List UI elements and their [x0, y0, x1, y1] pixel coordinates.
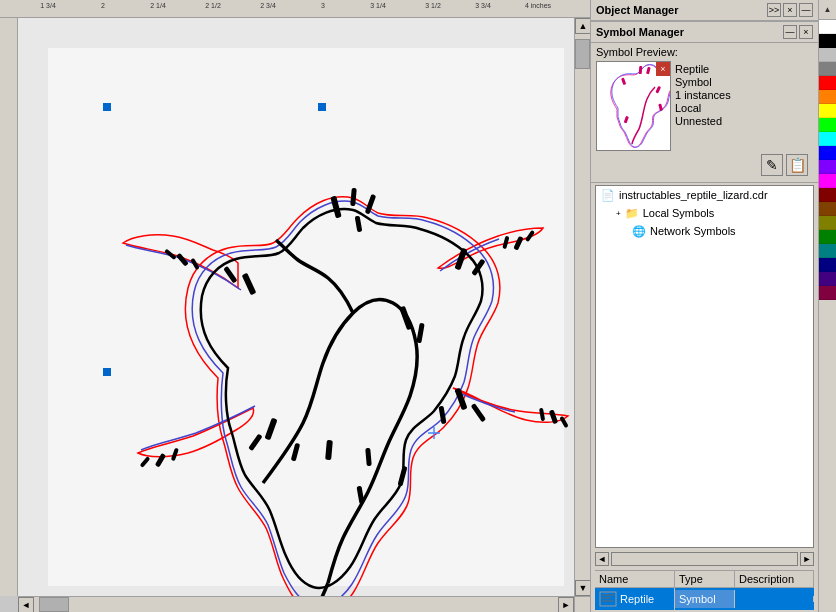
svg-rect-14 [471, 403, 487, 422]
col-name[interactable]: Name [595, 571, 675, 587]
expand-icon[interactable]: + [616, 209, 621, 218]
color-swatch[interactable] [819, 216, 836, 230]
svg-rect-17 [365, 448, 372, 466]
color-swatch[interactable] [819, 160, 836, 174]
tree-scrollbar[interactable]: ◄ ► [591, 550, 818, 568]
ruler-mark: 2 3/4 [260, 2, 276, 9]
h-scroll-thumb[interactable] [39, 597, 69, 612]
palette-top: ▲ [819, 0, 836, 20]
svg-rect-11 [248, 433, 262, 451]
color-swatch[interactable] [819, 188, 836, 202]
tree-file-item[interactable]: 📄 instructables_reptile_lizard.cdr [596, 186, 813, 204]
sym-instances: 1 instances [675, 89, 731, 101]
color-swatch[interactable] [819, 202, 836, 216]
ruler-mark: 3 1/4 [370, 2, 386, 9]
cell-name-text: Reptile [620, 593, 654, 605]
tree-local-symbols[interactable]: + 📁 Local Symbols [596, 204, 813, 222]
symbol-preview-label: Symbol Preview: [596, 46, 813, 58]
cell-desc [735, 596, 814, 602]
symbol-manager: Symbol Manager — × Symbol Preview: × [591, 22, 818, 612]
sym-edit-btn[interactable]: ✎ [761, 154, 783, 176]
color-swatch[interactable] [819, 34, 836, 48]
color-swatch[interactable] [819, 20, 836, 34]
svg-rect-10 [264, 418, 277, 441]
tree-scroll-right[interactable]: ► [800, 552, 814, 566]
tree-scroll-left[interactable]: ◄ [595, 552, 609, 566]
color-swatch[interactable] [819, 244, 836, 258]
svg-rect-27 [140, 456, 151, 468]
col-type[interactable]: Type [675, 571, 735, 587]
color-swatch[interactable] [819, 174, 836, 188]
svg-rect-39 [658, 104, 663, 112]
corner-box [574, 596, 590, 612]
svg-rect-40 [600, 592, 616, 606]
canvas-area: 1 3/4 2 2 1/4 2 1/2 2 3/4 3 3 1/4 3 1/2 … [0, 0, 590, 612]
obj-mgr-min-btn[interactable]: — [799, 3, 813, 17]
svg-rect-26 [155, 453, 166, 468]
ruler-mark: 1 3/4 [40, 2, 56, 9]
color-swatch[interactable] [819, 104, 836, 118]
sym-preview-close-btn[interactable]: × [656, 62, 670, 76]
table-row[interactable]: Reptile Symbol [595, 588, 814, 610]
scroll-thumb[interactable] [575, 39, 590, 69]
ruler-mark: 3 [321, 2, 325, 9]
svg-rect-30 [559, 416, 568, 428]
svg-rect-23 [513, 236, 523, 251]
row-icon [599, 591, 617, 607]
object-manager-title: Object Manager [596, 4, 679, 16]
color-swatch[interactable] [819, 272, 836, 286]
ruler-mark: 3 1/2 [425, 2, 441, 9]
tree-network-symbols[interactable]: 🌐 Network Symbols [596, 222, 813, 240]
color-swatch[interactable] [819, 230, 836, 244]
scroll-down-btn[interactable]: ▼ [575, 580, 590, 596]
color-swatch[interactable] [819, 76, 836, 90]
table-header: Name Type Description [595, 571, 814, 588]
symbol-info: Reptile Symbol 1 instances Local Unneste… [675, 61, 731, 151]
svg-rect-37 [655, 86, 661, 94]
cell-name: Reptile [595, 588, 675, 610]
symbol-preview-content: × [596, 61, 813, 151]
obj-mgr-close-btn[interactable]: × [783, 3, 797, 17]
sym-mgr-close-btn[interactable]: × [799, 25, 813, 39]
color-swatch[interactable] [819, 258, 836, 272]
svg-rect-9 [416, 323, 424, 344]
color-swatch[interactable] [819, 286, 836, 300]
tree-network-label: Network Symbols [650, 225, 736, 237]
palette-strip [819, 20, 836, 612]
svg-rect-5 [223, 266, 237, 284]
color-swatch[interactable] [819, 118, 836, 132]
lizard-artwork [98, 88, 574, 596]
horizontal-scrollbar[interactable]: ◄ ► [18, 596, 574, 612]
symbol-manager-header: Symbol Manager — × [591, 22, 818, 43]
canvas-inner[interactable] [18, 18, 574, 596]
vertical-scrollbar[interactable]: ▲ ▼ [574, 18, 590, 596]
tree-hscroll-track[interactable] [611, 552, 798, 566]
col-description[interactable]: Description [735, 571, 814, 587]
ruler-left [0, 18, 18, 596]
sym-type: Symbol [675, 76, 731, 88]
ruler-top: 1 3/4 2 2 1/4 2 1/2 2 3/4 3 3 1/4 3 1/2 … [0, 0, 590, 18]
color-swatch[interactable] [819, 90, 836, 104]
sym-add-btn[interactable]: 📋 [786, 154, 808, 176]
object-manager-header: Object Manager >> × — [591, 0, 818, 21]
scroll-up-btn[interactable]: ▲ [575, 18, 590, 34]
symbol-preview-section: Symbol Preview: × [591, 43, 818, 183]
ruler-mark: 2 1/2 [205, 2, 221, 9]
object-manager: Object Manager >> × — [591, 0, 818, 22]
obj-mgr-expand-btn[interactable]: >> [767, 3, 781, 17]
svg-rect-16 [325, 440, 333, 460]
svg-rect-36 [621, 77, 626, 85]
palette-arrow: ▲ [824, 5, 832, 14]
color-swatch[interactable] [819, 62, 836, 76]
color-swatch[interactable] [819, 146, 836, 160]
color-swatch[interactable] [819, 48, 836, 62]
symbol-tree[interactable]: 📄 instructables_reptile_lizard.cdr + 📁 L… [595, 185, 814, 548]
color-swatch[interactable] [819, 132, 836, 146]
svg-rect-31 [539, 408, 545, 421]
sym-mgr-min-btn[interactable]: — [783, 25, 797, 39]
sym-mgr-buttons: — × [783, 25, 813, 39]
scroll-right-btn[interactable]: ► [558, 597, 574, 612]
scroll-left-btn[interactable]: ◄ [18, 597, 34, 612]
right-panel: Object Manager >> × — Symbol Manager — ×… [590, 0, 818, 612]
ruler-mark: 4 inches [525, 2, 551, 9]
